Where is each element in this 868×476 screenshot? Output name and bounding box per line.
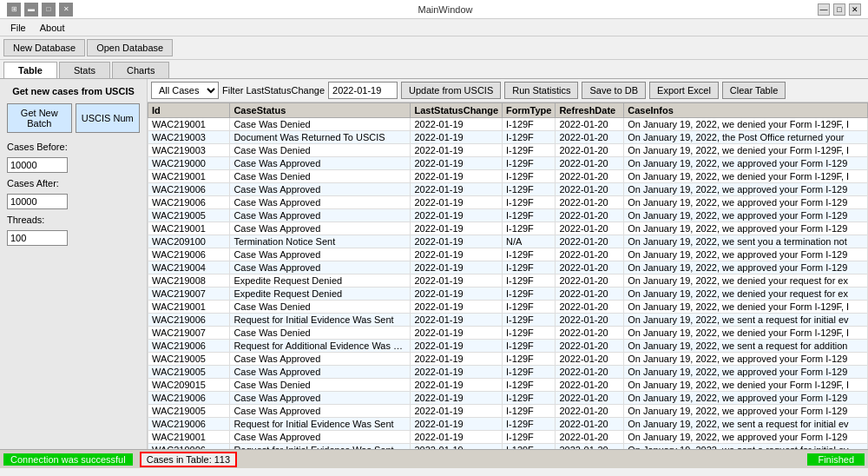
table-row[interactable]: WAC219005 Case Was Approved 2022-01-19 I… [148,353,868,366]
cell-id: WAC219001 [148,170,230,183]
get-new-batch-button[interactable]: Get New Batch [7,103,72,133]
cell-form-type: I-129F [503,314,556,327]
table-row[interactable]: WAC219006 Request for Initial Evidence W… [148,418,868,431]
cell-id: WAC219003 [148,144,230,157]
cell-case-info: On January 19, 2022, we approved your Fo… [624,366,868,379]
open-database-button[interactable]: Open Database [87,39,173,56]
table-row[interactable]: WAC219005 Case Was Approved 2022-01-19 I… [148,405,868,418]
table-row[interactable]: WAC209015 Case Was Denied 2022-01-19 I-1… [148,379,868,392]
save-db-button[interactable]: Save to DB [582,82,646,99]
cell-form-type: I-129F [503,131,556,144]
tabs: Table Stats Charts [0,60,868,79]
cell-form-type: I-129F [503,301,556,314]
cell-id: WAC219001 [148,431,230,444]
table-row[interactable]: WAC209100 Termination Notice Sent 2022-0… [148,235,868,248]
cell-last-change: 2022-01-19 [411,131,503,144]
table-row[interactable]: WAC219006 Request for Initial Evidence W… [148,314,868,327]
table-row[interactable]: WAC219001 Case Was Denied 2022-01-19 I-1… [148,170,868,183]
run-statistics-button[interactable]: Run Statistics [504,82,578,99]
table-row[interactable]: WAC219006 Request for Initial Evidence W… [148,444,868,450]
cell-form-type: I-129F [503,248,556,261]
cell-last-change: 2022-01-19 [411,274,503,288]
threads-input[interactable] [7,230,68,246]
table-row[interactable]: WAC219007 Expedite Request Denied 2022-0… [148,288,868,301]
cell-status: Case Was Approved [230,353,411,366]
maximize-button[interactable]: □ [833,3,845,16]
cell-status: Request for Initial Evidence Was Sent [230,314,411,327]
table-row[interactable]: WAC219001 Case Was Denied 2022-01-19 I-1… [148,118,868,131]
cell-refresh-date: 2022-01-20 [556,196,624,209]
cell-status: Case Was Approved [230,248,411,261]
cell-status: Case Was Approved [230,405,411,418]
table-row[interactable]: WAC219008 Expedite Request Denied 2022-0… [148,274,868,288]
cases-after-input[interactable] [7,194,68,209]
cell-last-change: 2022-01-19 [411,340,503,353]
cell-refresh-date: 2022-01-20 [556,288,624,301]
clear-table-button[interactable]: Clear Table [722,82,786,99]
cell-refresh-date: 2022-01-20 [556,405,624,418]
cell-status: Expedite Request Denied [230,288,411,301]
cell-refresh-date: 2022-01-20 [556,235,624,248]
table-row[interactable]: WAC219001 Case Was Denied 2022-01-19 I-1… [148,301,868,314]
cell-case-info: On January 19, 2022, the Post Office ret… [624,131,868,144]
menu-file[interactable]: File [3,21,33,35]
cell-status: Case Was Approved [230,196,411,209]
cell-id: WAC219007 [148,327,230,340]
table-row[interactable]: WAC219001 Case Was Approved 2022-01-19 I… [148,222,868,235]
cell-case-info: On January 19, 2022, we approved your Fo… [624,183,868,196]
cell-form-type: I-129F [503,379,556,392]
cell-form-type: I-129F [503,183,556,196]
cell-refresh-date: 2022-01-20 [556,157,624,170]
table-row[interactable]: WAC219006 Case Was Approved 2022-01-19 I… [148,183,868,196]
cell-form-type: I-129F [503,327,556,340]
cell-form-type: I-129F [503,353,556,366]
table-row[interactable]: WAC219004 Case Was Approved 2022-01-19 I… [148,261,868,274]
table-row[interactable]: WAC219005 Case Was Approved 2022-01-19 I… [148,209,868,222]
cell-id: WAC219005 [148,405,230,418]
table-row[interactable]: WAC219001 Case Was Approved 2022-01-19 I… [148,431,868,444]
menu-bar: File About [0,19,868,36]
cell-status: Case Was Denied [230,170,411,183]
uscis-num-button[interactable]: USCIS Num [76,103,141,133]
table-row[interactable]: WAC219006 Request for Additional Evidenc… [148,340,868,353]
table-row[interactable]: WAC219000 Case Was Approved 2022-01-19 I… [148,157,868,170]
cases-before-input[interactable] [7,157,68,173]
minimize-button[interactable]: — [818,3,830,16]
cell-status: Case Was Denied [230,144,411,157]
table-row[interactable]: WAC219003 Case Was Denied 2022-01-19 I-1… [148,144,868,157]
cell-last-change: 2022-01-19 [411,157,503,170]
export-excel-button[interactable]: Export Excel [649,82,719,99]
cell-case-info: On January 19, 2022, we approved your Fo… [624,222,868,235]
cell-case-info: On January 19, 2022, we approved your Fo… [624,431,868,444]
cell-refresh-date: 2022-01-20 [556,366,624,379]
menu-about[interactable]: About [33,21,72,35]
table-row[interactable]: WAC219006 Case Was Approved 2022-01-19 I… [148,196,868,209]
table-row[interactable]: WAC219007 Case Was Denied 2022-01-19 I-1… [148,327,868,340]
cell-id: WAC219006 [148,248,230,261]
table-row[interactable]: WAC219006 Case Was Approved 2022-01-19 I… [148,248,868,261]
cell-refresh-date: 2022-01-20 [556,353,624,366]
tab-charts[interactable]: Charts [112,62,169,78]
cell-form-type: I-129F [503,366,556,379]
tab-table[interactable]: Table [3,62,57,78]
cell-refresh-date: 2022-01-20 [556,444,624,450]
cell-case-info: On January 19, 2022, we approved your Fo… [624,157,868,170]
cell-form-type: I-129F [503,209,556,222]
taskbar-icon-1: ⊞ [7,3,21,17]
filter-cases-select[interactable]: All Cases Pending Approved Denied [151,82,219,99]
cell-id: WAC209100 [148,235,230,248]
new-database-button[interactable]: New Database [3,39,85,56]
table-row[interactable]: WAC219003 Document Was Returned To USCIS… [148,131,868,144]
tab-stats[interactable]: Stats [59,62,110,78]
cell-id: WAC219005 [148,353,230,366]
close-button[interactable]: ✕ [849,3,861,16]
filter-date-input[interactable] [328,82,398,99]
cell-case-info: On January 19, 2022, we sent you a termi… [624,235,868,248]
cell-id: WAC219003 [148,131,230,144]
update-uscis-button[interactable]: Update from USCIS [401,82,501,99]
table-row[interactable]: WAC219006 Case Was Approved 2022-01-19 I… [148,392,868,405]
col-header-last-change: LastStatusChange [411,103,503,118]
table-row[interactable]: WAC219005 Case Was Approved 2022-01-19 I… [148,366,868,379]
cell-case-info: On January 19, 2022, we denied your Form… [624,379,868,392]
cell-last-change: 2022-01-19 [411,209,503,222]
